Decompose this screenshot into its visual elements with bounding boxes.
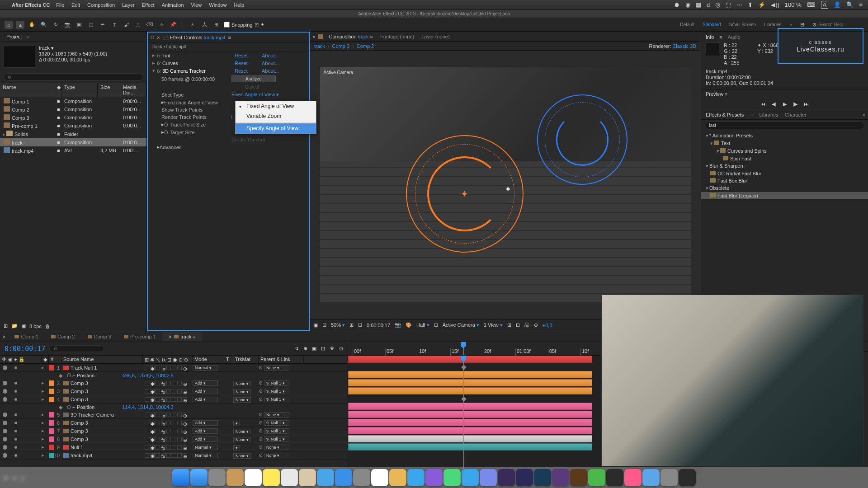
layer-bar[interactable] xyxy=(348,411,592,418)
tl-opt-icon[interactable]: ▣ xyxy=(312,346,316,352)
comp-tab-layer[interactable]: Layer (none) xyxy=(418,33,453,40)
anchor-marker-icon[interactable]: ◈ xyxy=(505,185,510,192)
workspace-default[interactable]: Default xyxy=(680,22,694,27)
close-icon[interactable]: × xyxy=(157,35,160,40)
layer-bar[interactable] xyxy=(348,435,592,442)
spotlight-icon[interactable]: 🔍 xyxy=(846,1,854,8)
dock-app-music[interactable] xyxy=(624,469,642,486)
close-icon[interactable]: × xyxy=(0,334,8,339)
dock-app[interactable] xyxy=(299,469,316,486)
res-icon[interactable]: ⊞ xyxy=(349,322,354,328)
status-icon[interactable]: ⬚ xyxy=(726,1,731,8)
status-icon[interactable]: d xyxy=(707,1,710,8)
channel-icon[interactable]: 🎨 xyxy=(406,322,412,328)
help-search[interactable]: ⊙ xyxy=(812,22,863,28)
workspace-libraries[interactable]: Libraries xyxy=(764,22,781,27)
dock-app-photoshop[interactable] xyxy=(534,469,551,486)
shot-type-dropdown[interactable]: Fixed Angle of View Variable Zoom Specif… xyxy=(235,101,316,134)
next-frame-icon[interactable]: |▶ xyxy=(793,101,798,107)
dock-app-terminal[interactable] xyxy=(679,469,696,486)
project-item[interactable]: ▸Solids■Folder xyxy=(0,130,146,138)
hand-tool-icon[interactable]: ✋ xyxy=(28,21,36,29)
dock-app-premiere[interactable] xyxy=(516,469,533,486)
trash-icon[interactable]: 🗑 xyxy=(45,324,50,329)
eraser-tool-icon[interactable]: ⌫ xyxy=(146,21,154,29)
effects-tree-item[interactable]: ▾Blur & Sharpen xyxy=(701,162,868,170)
axis-icon[interactable]: ⊞ xyxy=(212,21,220,29)
camera-tool-icon[interactable]: 📷 xyxy=(63,21,71,29)
dock-app-illustrator[interactable] xyxy=(570,469,587,486)
timeline-tab[interactable]: Comp 3 xyxy=(81,332,118,341)
dock-app[interactable] xyxy=(642,469,660,486)
effects-search-input[interactable] xyxy=(705,122,864,129)
renderer-value[interactable]: Classic 3D xyxy=(672,43,696,49)
mask-icon[interactable]: ▣ xyxy=(313,322,318,328)
effect-row[interactable]: ▸fxCurvesResetAbout... xyxy=(148,59,309,67)
status-icon[interactable]: ◎ xyxy=(715,1,720,8)
panel-menu-icon[interactable]: ≡ xyxy=(26,34,29,39)
wifi-icon[interactable]: ⚡ xyxy=(758,1,765,8)
menu-edit[interactable]: Edit xyxy=(71,2,80,8)
axis-icon[interactable]: ⋏ xyxy=(189,21,197,29)
layer-bar[interactable] xyxy=(348,387,592,394)
effects-tree-item[interactable]: ▾Obsolete xyxy=(701,184,868,192)
dock-app[interactable] xyxy=(226,469,244,486)
new-folder-icon[interactable]: 📁 xyxy=(11,323,18,329)
effect-row[interactable]: ▸fxTintResetAbout... xyxy=(148,52,309,59)
menu-view[interactable]: View xyxy=(191,2,202,8)
col-name[interactable]: Name xyxy=(0,83,54,97)
dock-app[interactable] xyxy=(552,469,569,486)
effects-tree-item[interactable]: Fast Box Blur xyxy=(701,177,868,184)
status-icon[interactable]: ◉ xyxy=(685,1,690,8)
timeline-layer[interactable]: ▸ 9 Null 1 ✱fx⊕ Normal ▾ ▾ ⊘None ▾ xyxy=(0,443,348,451)
zoom-select[interactable]: 50% ▾ xyxy=(331,322,345,328)
app-name[interactable]: After Effects CC xyxy=(12,2,50,8)
views-select[interactable]: 1 View ▾ xyxy=(484,322,503,328)
new-comp-icon[interactable]: ▣ xyxy=(21,323,26,329)
timeline-layer[interactable]: ▸ 2 Comp 3 ✱fx⊕ Add ▾ None ▾ ⊘9. Null 1 … xyxy=(0,379,348,387)
exposure-value[interactable]: +0,0 xyxy=(542,323,552,328)
layer-bar[interactable] xyxy=(348,427,592,434)
snapping-toggle[interactable]: Snapping ⊡ ✦ xyxy=(224,22,264,28)
timeline-tab[interactable]: Comp 2 xyxy=(45,332,81,341)
effects-tree-item[interactable]: Spin Fast xyxy=(701,155,868,162)
analyze-button[interactable]: Analyze xyxy=(231,75,276,82)
dock-app-safari[interactable] xyxy=(190,469,208,486)
dock-app[interactable] xyxy=(353,469,370,486)
crumb-item[interactable]: Comp 3 xyxy=(332,43,350,49)
preview-tab[interactable]: Preview xyxy=(706,91,723,97)
info-tab[interactable]: Info xyxy=(706,34,714,40)
clone-tool-icon[interactable]: ⎍ xyxy=(134,21,142,29)
selection-tool-icon[interactable]: ▲ xyxy=(16,21,24,29)
brush-tool-icon[interactable]: 🖌 xyxy=(122,21,130,29)
pan-behind-tool-icon[interactable]: ▣ xyxy=(75,21,83,29)
layer-bar[interactable] xyxy=(348,371,592,378)
playhead-line[interactable] xyxy=(463,356,464,473)
col-label-icon[interactable]: ◆ xyxy=(54,83,61,97)
status-icon[interactable]: ⋯ xyxy=(736,1,742,8)
workspace-small[interactable]: Small Screen xyxy=(729,22,756,27)
col-type[interactable]: Type xyxy=(61,83,98,97)
project-search-input[interactable] xyxy=(4,73,143,81)
timeline-layer[interactable]: ▸ 3 Comp 3 ✱fx⊕ Add ▾ None ▾ ⊘9. Null 1 … xyxy=(0,387,348,395)
menu-file[interactable]: File xyxy=(56,2,64,8)
crumb-item[interactable]: track xyxy=(314,43,325,49)
snap-opt-icon[interactable]: ⊡ xyxy=(255,22,259,28)
timeline-layer[interactable]: ▸ 5 3D Tracker Camera ✱fx⊕ ⊘None ▾ xyxy=(0,411,348,419)
comp-tab-footage[interactable]: Footage (none) xyxy=(377,33,418,40)
dock-app-appstore[interactable] xyxy=(335,469,352,486)
character-tab[interactable]: Character xyxy=(785,112,807,117)
dock-app-mail[interactable] xyxy=(317,469,334,486)
effects-tree-item[interactable]: Fast Blur (Legacy) xyxy=(701,192,868,199)
roto-tool-icon[interactable]: ✧ xyxy=(157,21,165,29)
roi-icon[interactable]: ⊡ xyxy=(434,322,438,328)
view-opt-icon[interactable]: ⊕ xyxy=(534,322,538,328)
home-icon[interactable]: ⌂ xyxy=(5,21,13,29)
layer-bar[interactable] xyxy=(348,379,592,386)
timeline-tab[interactable]: Pre-comp 1 xyxy=(118,332,162,341)
project-tab[interactable]: Project xyxy=(4,33,24,41)
battery-percent[interactable]: 100 % xyxy=(785,1,802,8)
dock-app-skype[interactable] xyxy=(407,469,425,486)
project-item[interactable]: Comp 3■Composition0:00:0... xyxy=(0,113,146,122)
crumb-item[interactable]: Comp 2 xyxy=(357,43,374,49)
